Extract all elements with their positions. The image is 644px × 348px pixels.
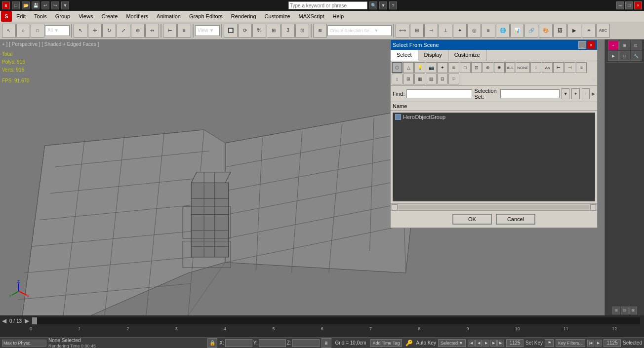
activeshade[interactable]: ☀ — [582, 24, 596, 38]
place-highlight[interactable]: ✦ — [453, 24, 467, 38]
add-time-tag-btn[interactable]: Add Time Tag — [370, 339, 402, 347]
command-panel-utilities[interactable]: 🔧 — [631, 51, 642, 61]
schematic-view[interactable]: 🔗 — [524, 24, 538, 38]
filter-spacewarps-btn[interactable]: ≋ — [448, 62, 459, 73]
set-key-btn[interactable]: ⚑ — [545, 339, 554, 347]
sel-set-dropdown[interactable]: ▼ — [562, 88, 569, 99]
align-btn[interactable]: ⊢ — [163, 24, 177, 38]
filter-groups-btn[interactable]: □ — [460, 62, 471, 73]
scroll-track[interactable] — [399, 205, 589, 209]
menu-modifiers[interactable]: Modifiers — [122, 12, 152, 20]
go-end-btn[interactable]: ▶| — [497, 340, 504, 347]
dialog-tab-select[interactable]: Select — [391, 50, 418, 61]
filter-invert-btn[interactable]: ↕ — [530, 62, 541, 73]
filter-cameras-btn[interactable]: 📷 — [426, 62, 437, 73]
dialog-scrollbar-horizontal[interactable]: ◀ ▶ — [391, 203, 597, 210]
dialog-scroll-right[interactable]: ▶ — [592, 76, 596, 82]
menu-views[interactable]: Views — [75, 12, 97, 20]
select-btn[interactable]: ↖ — [74, 24, 87, 38]
command-panel-create[interactable]: + — [608, 40, 619, 50]
menu-create[interactable]: Create — [97, 12, 121, 20]
dialog-list-content[interactable]: HeroObjectGroup — [393, 113, 595, 201]
normal-align[interactable]: ⊥ — [439, 24, 452, 38]
lock-icon[interactable]: 🔒 — [207, 338, 217, 348]
abc[interactable]: ABC — [596, 24, 610, 38]
align-tool[interactable]: ⊣ — [424, 24, 438, 38]
filter-particles-btn[interactable]: ✺ — [494, 62, 505, 73]
mat-editor[interactable]: 🎨 — [539, 24, 553, 38]
minimize-button[interactable]: ─ — [616, 1, 624, 9]
max-to-physc-btn[interactable]: Max to Physc. — [2, 340, 46, 347]
next-frame-btn[interactable]: ▶ — [25, 317, 29, 324]
redo-icon[interactable]: ↪ — [51, 1, 59, 9]
snap-options[interactable]: ⊡ — [295, 24, 309, 38]
layer-manager[interactable]: ≡ — [482, 24, 495, 38]
key-filters-btn[interactable]: Key Filters... — [556, 339, 585, 347]
filter-bones-btn[interactable]: ⊗ — [483, 62, 493, 73]
edit-named-sets[interactable]: ≋ — [313, 24, 327, 38]
dialog-tab-customize[interactable]: Customize — [448, 50, 486, 61]
command-panel-modify[interactable]: ⊞ — [619, 40, 630, 50]
cancel-button[interactable]: Cancel — [496, 214, 535, 225]
select-from-scene-dialog[interactable]: Select From Scene _ × Select Display Cus… — [390, 39, 598, 228]
filter-geometry-btn[interactable]: ⬡ — [392, 62, 402, 73]
mirror-btn[interactable]: ⇔ — [145, 24, 159, 38]
menu-graph-editors[interactable]: Graph Editors — [185, 12, 227, 20]
sel-set-add[interactable]: + — [571, 88, 579, 99]
filter-none-btn[interactable]: NONE — [516, 62, 530, 73]
undo-icon[interactable]: ↩ — [41, 1, 49, 9]
render-setup[interactable]: 🖼 — [553, 24, 567, 38]
search-input[interactable] — [288, 1, 367, 9]
filter-lights-btn[interactable]: 💡 — [414, 62, 425, 73]
view-dropdown[interactable]: View▼ — [195, 25, 220, 36]
viewport-layout-3[interactable]: ⊠ — [629, 307, 637, 314]
find-options[interactable]: ▶ — [592, 91, 595, 96]
menu-tools[interactable]: Tools — [30, 12, 51, 20]
sort-btn[interactable]: ↨ — [392, 74, 402, 84]
next-key-btn[interactable]: ▶ — [490, 340, 497, 347]
list-types-btn[interactable]: ≡ — [576, 62, 587, 73]
extra-btn5[interactable]: ⚐ — [448, 74, 459, 84]
filter-dropdown[interactable]: All▼ — [45, 25, 70, 36]
menu-rendering[interactable]: Rendering — [227, 12, 260, 20]
options-icon[interactable]: ▼ — [61, 1, 69, 9]
screen-icon[interactable]: 🖥 — [322, 338, 331, 348]
z-input[interactable] — [292, 339, 320, 347]
rotate-btn[interactable]: ↻ — [102, 24, 116, 38]
command-panel-motion[interactable]: ▶ — [608, 51, 619, 61]
search-options-icon[interactable]: ▼ — [379, 1, 387, 9]
menu-animation[interactable]: Animation — [153, 12, 185, 20]
select-dependent-btn[interactable]: ⊣ — [564, 62, 575, 73]
extra-btn1[interactable]: |◀ — [587, 340, 594, 347]
progress-slider-wrap[interactable] — [32, 317, 640, 324]
extra-btn1[interactable]: ⊞ — [403, 74, 414, 84]
auto-key-dropdown[interactable]: Selected▼ — [438, 339, 466, 347]
viewport-layout-1[interactable]: ⊞ — [612, 307, 620, 314]
scroll-right-btn[interactable]: ▶ — [590, 204, 596, 210]
viewport-layout-2[interactable]: ⊟ — [621, 307, 629, 314]
extra-btn2[interactable]: ▦ — [414, 74, 425, 84]
create-selection-dropdown[interactable]: Create Selection Se...▼ — [327, 25, 392, 36]
select-subtree-btn[interactable]: ⊢ — [553, 62, 564, 73]
percent-snap[interactable]: % — [252, 24, 266, 38]
help-icon[interactable]: ? — [389, 1, 397, 9]
render-frame[interactable]: ▶ — [567, 24, 581, 38]
filter-xrefs-btn[interactable]: ⊡ — [471, 62, 482, 73]
filter-helpers-btn[interactable]: ✦ — [437, 62, 448, 73]
angle-snap[interactable]: ⟳ — [238, 24, 252, 38]
open-icon[interactable]: 📂 — [22, 1, 30, 9]
select-region-btn[interactable]: □ — [31, 24, 44, 38]
menu-customize[interactable]: Customize — [261, 12, 294, 20]
array-tool[interactable]: ⊞ — [410, 24, 424, 38]
scale-btn[interactable]: ⤢ — [117, 24, 130, 38]
extra-btn4[interactable]: ⊟ — [437, 74, 448, 84]
command-panel-display[interactable]: □ — [619, 51, 630, 61]
selection-set-input[interactable] — [500, 89, 560, 98]
prev-frame-btn[interactable]: ◀ — [2, 317, 6, 324]
layer-btn[interactable]: ≡ — [177, 24, 191, 38]
move-btn[interactable]: ✛ — [88, 24, 102, 38]
command-panel-hierarchy[interactable]: ⊡ — [631, 40, 642, 50]
mirror-tool[interactable]: ⟺ — [396, 24, 409, 38]
extra-btn3[interactable]: ▤ — [426, 74, 437, 84]
scroll-left-btn[interactable]: ◀ — [392, 204, 398, 210]
